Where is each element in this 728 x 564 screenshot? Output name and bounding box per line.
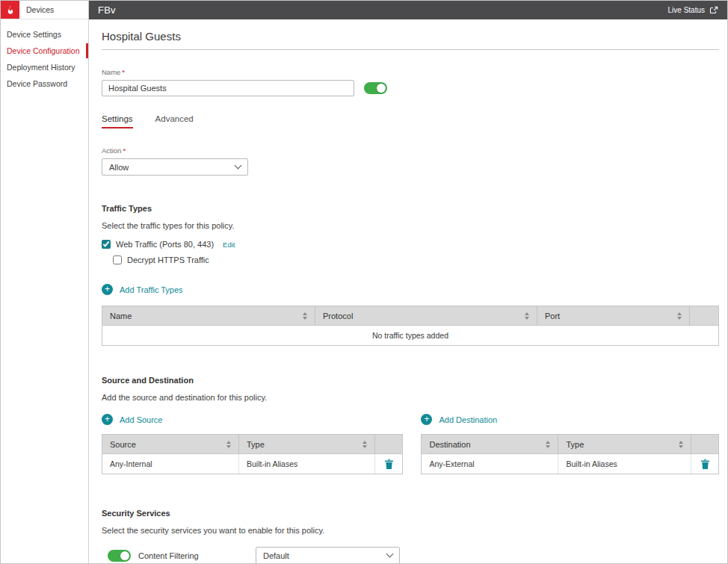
source-destination-section: Source and Destination Add the source an… bbox=[102, 376, 719, 474]
traffic-col-port[interactable]: Port bbox=[537, 306, 690, 325]
plus-circle-icon: + bbox=[102, 284, 113, 295]
add-source-label: Add Source bbox=[120, 415, 162, 424]
chevron-down-icon bbox=[235, 162, 242, 170]
policy-enabled-toggle[interactable] bbox=[364, 82, 387, 94]
topbar: FBv Live Status bbox=[89, 1, 727, 19]
table-row: Any-Internal Built-in Aliases bbox=[102, 453, 402, 474]
main-area: FBv Live Status Hospital Guests Name* bbox=[89, 1, 727, 563]
tabs: Settings Advanced bbox=[102, 114, 719, 128]
traffic-types-table: Name Protocol Port No traffi bbox=[102, 306, 719, 346]
source-col-actions bbox=[375, 435, 402, 453]
add-destination-label: Add Destination bbox=[439, 415, 497, 424]
delete-destination-button[interactable] bbox=[691, 454, 718, 474]
content: Hospital Guests Name* Settings Advanced … bbox=[89, 19, 727, 563]
source-cell-type: Built-in Aliases bbox=[239, 454, 375, 474]
title-divider bbox=[102, 49, 719, 50]
sidebar-item-deployment-history[interactable]: Deployment History bbox=[1, 59, 88, 75]
source-col-type[interactable]: Type bbox=[239, 435, 375, 453]
trash-icon bbox=[701, 459, 709, 469]
external-link-icon bbox=[709, 6, 718, 15]
table-row: Any-External Built-in Aliases bbox=[422, 453, 718, 474]
sort-icon bbox=[679, 441, 683, 448]
content-filtering-toggle[interactable] bbox=[108, 550, 131, 562]
content-filtering-select[interactable]: Default bbox=[256, 547, 400, 563]
plus-circle-icon: + bbox=[102, 414, 113, 425]
toggle-knob bbox=[377, 84, 386, 93]
traffic-types-section: Traffic Types Select the traffic types f… bbox=[102, 204, 719, 346]
required-marker: * bbox=[123, 146, 126, 155]
sort-icon bbox=[226, 441, 231, 448]
tab-settings[interactable]: Settings bbox=[102, 114, 133, 128]
sort-icon bbox=[546, 441, 550, 448]
flame-icon bbox=[4, 4, 16, 16]
toggle-knob bbox=[120, 551, 129, 560]
destination-col-actions bbox=[691, 435, 718, 453]
sidebar-header-label: Devices bbox=[19, 1, 54, 19]
sort-icon bbox=[363, 441, 367, 448]
decrypt-https-label: Decrypt HTTPS Traffic bbox=[127, 255, 209, 264]
sort-icon bbox=[677, 312, 682, 320]
name-input[interactable] bbox=[102, 80, 354, 96]
destination-cell-actions bbox=[691, 454, 718, 474]
tab-advanced[interactable]: Advanced bbox=[155, 114, 194, 128]
app-window: Devices Device Settings Device Configura… bbox=[0, 0, 728, 564]
name-field-label: Name* bbox=[102, 68, 719, 76]
sidebar-item-device-configuration[interactable]: Device Configuration bbox=[1, 43, 88, 59]
live-status-label: Live Status bbox=[668, 6, 705, 14]
decrypt-https-row: Decrypt HTTPS Traffic bbox=[113, 255, 719, 264]
content-filtering-select-value: Default bbox=[263, 551, 289, 560]
required-marker: * bbox=[122, 68, 125, 76]
action-select-value: Allow bbox=[109, 163, 129, 172]
add-destination-button[interactable]: + Add Destination bbox=[421, 414, 497, 425]
web-traffic-checkbox[interactable] bbox=[102, 240, 111, 249]
destination-table-header: Destination Type bbox=[422, 435, 718, 453]
device-name: FBv bbox=[98, 4, 116, 16]
web-traffic-row: Web Traffic (Ports 80, 443) Edit bbox=[102, 240, 719, 249]
traffic-col-protocol[interactable]: Protocol bbox=[315, 306, 537, 325]
sidebar: Devices Device Settings Device Configura… bbox=[1, 1, 89, 563]
traffic-types-description: Select the traffic types for this policy… bbox=[102, 221, 719, 230]
action-field-label: Action* bbox=[102, 146, 719, 155]
add-traffic-types-label: Add Traffic Types bbox=[120, 285, 183, 294]
delete-source-button[interactable] bbox=[375, 454, 402, 474]
security-services-description: Select the security services you want to… bbox=[102, 526, 719, 535]
web-traffic-label: Web Traffic (Ports 80, 443) bbox=[116, 240, 214, 249]
traffic-table-header: Name Protocol Port bbox=[102, 306, 718, 325]
sidebar-item-device-password[interactable]: Device Password bbox=[1, 75, 88, 92]
sidebar-header: Devices bbox=[1, 1, 88, 19]
source-col-source[interactable]: Source bbox=[102, 435, 239, 453]
watchguard-logo[interactable] bbox=[1, 1, 19, 19]
plus-circle-icon: + bbox=[421, 414, 432, 425]
destination-col-destination[interactable]: Destination bbox=[422, 435, 558, 453]
source-column: + Add Source Source Type bbox=[102, 414, 403, 474]
sort-icon bbox=[303, 312, 307, 320]
security-services-section: Security Services Select the security se… bbox=[102, 509, 719, 563]
source-destination-heading: Source and Destination bbox=[102, 376, 719, 385]
traffic-table-empty-row: No traffic types added bbox=[102, 325, 718, 345]
traffic-col-actions bbox=[690, 306, 718, 325]
sort-icon bbox=[525, 312, 529, 320]
action-select[interactable]: Allow bbox=[102, 158, 248, 176]
destination-cell-value: Any-External bbox=[422, 454, 558, 474]
source-destination-columns: + Add Source Source Type bbox=[102, 414, 719, 474]
source-table-header: Source Type bbox=[102, 435, 402, 453]
add-source-button[interactable]: + Add Source bbox=[102, 414, 162, 425]
add-traffic-types-button[interactable]: + Add Traffic Types bbox=[102, 284, 183, 295]
traffic-types-heading: Traffic Types bbox=[102, 204, 719, 213]
sidebar-item-device-settings[interactable]: Device Settings bbox=[1, 26, 88, 43]
security-services-heading: Security Services bbox=[102, 509, 719, 518]
edit-link[interactable]: Edit bbox=[223, 241, 235, 249]
decrypt-https-checkbox[interactable] bbox=[113, 255, 122, 264]
live-status-link[interactable]: Live Status bbox=[668, 6, 718, 15]
content-filtering-row: Content Filtering Default bbox=[102, 547, 719, 563]
page-title: Hospital Guests bbox=[102, 30, 719, 43]
chevron-down-icon bbox=[386, 551, 394, 558]
source-cell-actions bbox=[375, 454, 402, 474]
name-row bbox=[102, 80, 719, 96]
source-table: Source Type Any-Internal bbox=[102, 434, 403, 474]
source-destination-description: Add the source and destination for this … bbox=[102, 393, 719, 402]
destination-col-type[interactable]: Type bbox=[558, 435, 691, 453]
traffic-col-name[interactable]: Name bbox=[102, 306, 315, 325]
destination-column: + Add Destination Destination Type bbox=[421, 414, 719, 474]
destination-cell-type: Built-in Aliases bbox=[558, 454, 691, 474]
